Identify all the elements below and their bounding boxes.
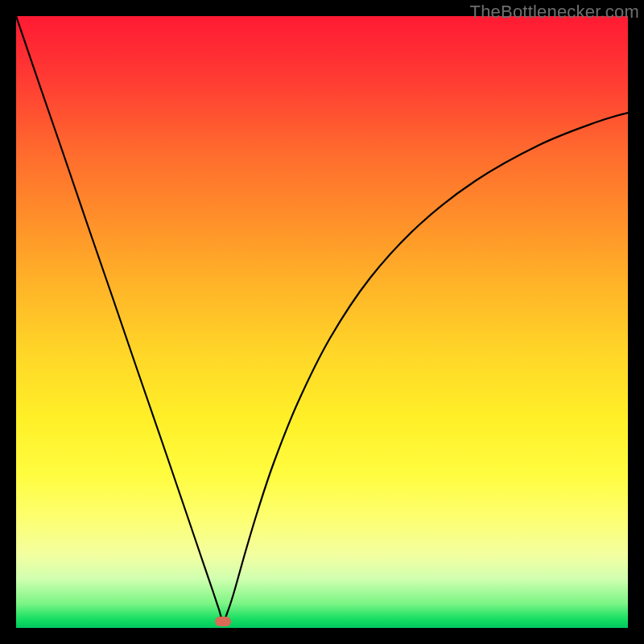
- bottleneck-curve: [16, 16, 628, 621]
- chart-frame: [16, 16, 628, 628]
- watermark-text: TheBottlenecker.com: [470, 2, 639, 23]
- minimum-marker: [215, 617, 231, 626]
- chart-svg: [16, 16, 628, 628]
